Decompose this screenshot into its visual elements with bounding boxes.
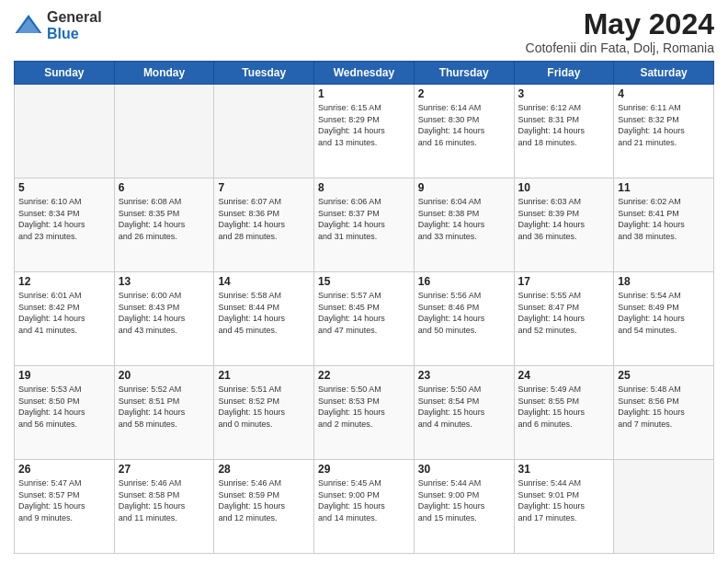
calendar-cell-w2-d4: 9Sunrise: 6:04 AM Sunset: 8:38 PM Daylig… bbox=[414, 178, 514, 272]
day-number: 28 bbox=[218, 463, 310, 476]
day-number: 5 bbox=[18, 181, 110, 194]
calendar-week-3: 12Sunrise: 6:01 AM Sunset: 8:42 PM Dayli… bbox=[15, 272, 714, 366]
day-info: Sunrise: 6:01 AM Sunset: 8:42 PM Dayligh… bbox=[18, 290, 110, 336]
day-number: 9 bbox=[418, 181, 510, 194]
day-info: Sunrise: 5:51 AM Sunset: 8:52 PM Dayligh… bbox=[218, 384, 310, 430]
day-number: 7 bbox=[218, 181, 310, 194]
day-info: Sunrise: 5:56 AM Sunset: 8:46 PM Dayligh… bbox=[418, 290, 510, 336]
calendar-body: 1Sunrise: 6:15 AM Sunset: 8:29 PM Daylig… bbox=[15, 85, 714, 554]
day-number: 2 bbox=[418, 87, 510, 100]
title-section: May 2024 Cotofenii din Fata, Dolj, Roman… bbox=[526, 9, 714, 55]
day-number: 23 bbox=[418, 369, 510, 382]
calendar-cell-w3-d6: 18Sunrise: 5:54 AM Sunset: 8:49 PM Dayli… bbox=[614, 272, 714, 366]
day-number: 4 bbox=[618, 87, 710, 100]
day-number: 16 bbox=[418, 275, 510, 288]
day-number: 26 bbox=[18, 463, 110, 476]
day-info: Sunrise: 5:57 AM Sunset: 8:45 PM Dayligh… bbox=[318, 290, 410, 336]
day-number: 24 bbox=[518, 369, 610, 382]
logo: General Blue bbox=[14, 9, 102, 41]
header-wednesday: Wednesday bbox=[314, 62, 415, 85]
calendar-cell-w3-d5: 17Sunrise: 5:55 AM Sunset: 8:47 PM Dayli… bbox=[514, 272, 614, 366]
calendar-cell-w3-d0: 12Sunrise: 6:01 AM Sunset: 8:42 PM Dayli… bbox=[15, 272, 115, 366]
day-info: Sunrise: 5:44 AM Sunset: 9:01 PM Dayligh… bbox=[518, 477, 610, 523]
day-number: 21 bbox=[218, 369, 310, 382]
page: General Blue May 2024 Cotofenii din Fata… bbox=[0, 0, 728, 563]
day-info: Sunrise: 5:53 AM Sunset: 8:50 PM Dayligh… bbox=[18, 384, 110, 430]
header-tuesday: Tuesday bbox=[214, 62, 314, 85]
day-number: 11 bbox=[618, 181, 710, 194]
header: General Blue May 2024 Cotofenii din Fata… bbox=[14, 9, 714, 55]
header-thursday: Thursday bbox=[414, 62, 514, 85]
calendar-cell-w5-d1: 27Sunrise: 5:46 AM Sunset: 8:58 PM Dayli… bbox=[114, 460, 214, 554]
day-number: 14 bbox=[218, 275, 310, 288]
calendar-week-2: 5Sunrise: 6:10 AM Sunset: 8:34 PM Daylig… bbox=[15, 178, 714, 272]
day-number: 19 bbox=[18, 369, 110, 382]
day-number: 3 bbox=[518, 87, 610, 100]
calendar-cell-w4-d2: 21Sunrise: 5:51 AM Sunset: 8:52 PM Dayli… bbox=[214, 366, 314, 460]
day-info: Sunrise: 6:12 AM Sunset: 8:31 PM Dayligh… bbox=[518, 102, 610, 148]
day-info: Sunrise: 5:45 AM Sunset: 9:00 PM Dayligh… bbox=[318, 477, 410, 523]
header-saturday: Saturday bbox=[614, 62, 714, 85]
day-number: 25 bbox=[618, 369, 710, 382]
calendar-cell-w2-d3: 8Sunrise: 6:06 AM Sunset: 8:37 PM Daylig… bbox=[314, 178, 415, 272]
weekday-header-row: Sunday Monday Tuesday Wednesday Thursday… bbox=[15, 62, 714, 85]
day-info: Sunrise: 5:49 AM Sunset: 8:55 PM Dayligh… bbox=[518, 384, 610, 430]
calendar-cell-w4-d6: 25Sunrise: 5:48 AM Sunset: 8:56 PM Dayli… bbox=[614, 366, 714, 460]
day-info: Sunrise: 6:14 AM Sunset: 8:30 PM Dayligh… bbox=[418, 102, 510, 148]
day-number: 8 bbox=[318, 181, 410, 194]
day-info: Sunrise: 6:07 AM Sunset: 8:36 PM Dayligh… bbox=[218, 196, 310, 242]
calendar-cell-w2-d6: 11Sunrise: 6:02 AM Sunset: 8:41 PM Dayli… bbox=[614, 178, 714, 272]
calendar-cell-w3-d2: 14Sunrise: 5:58 AM Sunset: 8:44 PM Dayli… bbox=[214, 272, 314, 366]
calendar-cell-w2-d1: 6Sunrise: 6:08 AM Sunset: 8:35 PM Daylig… bbox=[114, 178, 214, 272]
calendar-cell-w3-d4: 16Sunrise: 5:56 AM Sunset: 8:46 PM Dayli… bbox=[414, 272, 514, 366]
day-number: 12 bbox=[18, 275, 110, 288]
day-info: Sunrise: 6:00 AM Sunset: 8:43 PM Dayligh… bbox=[119, 290, 210, 336]
calendar-cell-w1-d0 bbox=[15, 85, 115, 178]
day-number: 20 bbox=[119, 369, 210, 382]
calendar-cell-w5-d0: 26Sunrise: 5:47 AM Sunset: 8:57 PM Dayli… bbox=[15, 460, 115, 554]
calendar-cell-w4-d0: 19Sunrise: 5:53 AM Sunset: 8:50 PM Dayli… bbox=[15, 366, 115, 460]
day-number: 30 bbox=[418, 463, 510, 476]
day-info: Sunrise: 5:46 AM Sunset: 8:58 PM Dayligh… bbox=[119, 477, 210, 523]
day-info: Sunrise: 5:50 AM Sunset: 8:54 PM Dayligh… bbox=[418, 384, 510, 430]
day-info: Sunrise: 5:47 AM Sunset: 8:57 PM Dayligh… bbox=[18, 477, 110, 523]
logo-general-text: General bbox=[47, 9, 102, 26]
calendar-cell-w3-d1: 13Sunrise: 6:00 AM Sunset: 8:43 PM Dayli… bbox=[114, 272, 214, 366]
day-info: Sunrise: 5:48 AM Sunset: 8:56 PM Dayligh… bbox=[618, 384, 710, 430]
calendar-cell-w5-d4: 30Sunrise: 5:44 AM Sunset: 9:00 PM Dayli… bbox=[414, 460, 514, 554]
day-info: Sunrise: 6:10 AM Sunset: 8:34 PM Dayligh… bbox=[18, 196, 110, 242]
calendar-cell-w1-d1 bbox=[114, 85, 214, 178]
calendar-cell-w5-d5: 31Sunrise: 5:44 AM Sunset: 9:01 PM Dayli… bbox=[514, 460, 614, 554]
calendar-cell-w4-d5: 24Sunrise: 5:49 AM Sunset: 8:55 PM Dayli… bbox=[514, 366, 614, 460]
day-info: Sunrise: 5:46 AM Sunset: 8:59 PM Dayligh… bbox=[218, 477, 310, 523]
day-info: Sunrise: 6:04 AM Sunset: 8:38 PM Dayligh… bbox=[418, 196, 510, 242]
header-monday: Monday bbox=[114, 62, 214, 85]
day-number: 13 bbox=[119, 275, 210, 288]
day-info: Sunrise: 6:02 AM Sunset: 8:41 PM Dayligh… bbox=[618, 196, 710, 242]
calendar-cell-w1-d3: 1Sunrise: 6:15 AM Sunset: 8:29 PM Daylig… bbox=[314, 85, 415, 178]
calendar-cell-w5-d6 bbox=[614, 460, 714, 554]
calendar-cell-w1-d6: 4Sunrise: 6:11 AM Sunset: 8:32 PM Daylig… bbox=[614, 85, 714, 178]
calendar-cell-w1-d2 bbox=[214, 85, 314, 178]
calendar-cell-w5-d2: 28Sunrise: 5:46 AM Sunset: 8:59 PM Dayli… bbox=[214, 460, 314, 554]
day-number: 27 bbox=[119, 463, 210, 476]
calendar-cell-w2-d2: 7Sunrise: 6:07 AM Sunset: 8:36 PM Daylig… bbox=[214, 178, 314, 272]
header-friday: Friday bbox=[514, 62, 614, 85]
day-info: Sunrise: 5:58 AM Sunset: 8:44 PM Dayligh… bbox=[218, 290, 310, 336]
day-info: Sunrise: 5:52 AM Sunset: 8:51 PM Dayligh… bbox=[119, 384, 210, 430]
calendar-cell-w1-d4: 2Sunrise: 6:14 AM Sunset: 8:30 PM Daylig… bbox=[414, 85, 514, 178]
day-number: 31 bbox=[518, 463, 610, 476]
day-number: 18 bbox=[618, 275, 710, 288]
calendar-cell-w5-d3: 29Sunrise: 5:45 AM Sunset: 9:00 PM Dayli… bbox=[314, 460, 415, 554]
calendar-cell-w4-d1: 20Sunrise: 5:52 AM Sunset: 8:51 PM Dayli… bbox=[114, 366, 214, 460]
calendar-cell-w2-d0: 5Sunrise: 6:10 AM Sunset: 8:34 PM Daylig… bbox=[15, 178, 115, 272]
calendar-cell-w3-d3: 15Sunrise: 5:57 AM Sunset: 8:45 PM Dayli… bbox=[314, 272, 415, 366]
calendar-table: Sunday Monday Tuesday Wednesday Thursday… bbox=[14, 61, 714, 554]
logo-icon bbox=[14, 11, 43, 40]
logo-text: General Blue bbox=[47, 9, 102, 41]
day-info: Sunrise: 6:03 AM Sunset: 8:39 PM Dayligh… bbox=[518, 196, 610, 242]
day-number: 22 bbox=[318, 369, 410, 382]
calendar-cell-w2-d5: 10Sunrise: 6:03 AM Sunset: 8:39 PM Dayli… bbox=[514, 178, 614, 272]
calendar-week-1: 1Sunrise: 6:15 AM Sunset: 8:29 PM Daylig… bbox=[15, 85, 714, 178]
calendar-cell-w1-d5: 3Sunrise: 6:12 AM Sunset: 8:31 PM Daylig… bbox=[514, 85, 614, 178]
